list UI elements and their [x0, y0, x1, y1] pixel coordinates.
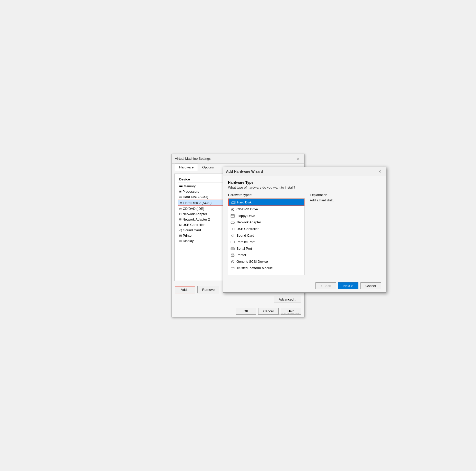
svg-rect-6 — [231, 222, 234, 223]
hardware-types-label: Hardware types: — [228, 193, 305, 197]
hardware-types-section: Hardware types: Hard Disk — [228, 193, 381, 275]
print-icon: ▤ — [179, 234, 182, 237]
next-button[interactable]: Next > — [338, 282, 358, 289]
wizard-cancel-button[interactable]: Cancel — [360, 282, 381, 289]
tab-hardware[interactable]: Hardware — [175, 164, 198, 171]
back-button[interactable]: < Back — [315, 282, 336, 289]
hardware-list: Hard Disk CD/DVD Drive — [228, 198, 305, 275]
cd-icon: ◎ — [179, 207, 182, 210]
cancel-button-main[interactable]: Cancel — [258, 308, 279, 315]
vm-settings-title: Virtual Machine Settings — [175, 157, 211, 160]
wizard-section-title: Hardware Type — [228, 180, 381, 185]
hdd-icon: ▭ — [179, 195, 182, 199]
ok-button[interactable]: OK — [236, 308, 256, 315]
svg-rect-9 — [231, 228, 234, 230]
vm-settings-close-button[interactable]: ✕ — [295, 156, 301, 161]
tpm-icon — [230, 266, 235, 270]
cddvd-drive-icon — [230, 207, 235, 211]
svg-rect-12 — [231, 241, 234, 243]
cpu-icon: ⊞ — [179, 190, 182, 193]
svg-rect-0 — [231, 201, 235, 204]
wizard-titlebar: Add Hardware Wizard ✕ — [223, 167, 386, 176]
wizard-bottom-bar: < Back Next > Cancel — [223, 279, 386, 292]
hardware-item-serial[interactable]: Serial Port — [228, 245, 304, 252]
tab-options[interactable]: Options — [198, 164, 218, 171]
explanation-label: Explanation — [310, 193, 381, 197]
floppy-drive-icon — [230, 214, 235, 218]
explanation-section: Explanation Add a hard disk. — [310, 193, 381, 275]
wizard-title: Add Hardware Wizard — [226, 169, 263, 174]
svg-point-18 — [232, 248, 233, 249]
hard-disk-icon — [231, 200, 235, 204]
svg-marker-11 — [231, 234, 233, 237]
remove-button[interactable]: Remove — [197, 286, 219, 293]
svg-point-3 — [232, 209, 233, 210]
hardware-types-col: Hardware types: Hard Disk — [228, 193, 305, 275]
explanation-text: Add a hard disk. — [310, 198, 381, 202]
hardware-item-tpm[interactable]: Trusted Platform Module — [228, 265, 304, 271]
svg-point-10 — [232, 228, 233, 229]
watermark: CSDN @稻米是麦子 — [279, 312, 302, 316]
hardware-item-scsi[interactable]: Generic SCSI Device — [228, 258, 304, 265]
vm-settings-titlebar: Virtual Machine Settings ✕ — [172, 154, 304, 164]
hardware-item-sound[interactable]: Sound Card — [228, 232, 304, 239]
svg-rect-1 — [232, 202, 235, 203]
advanced-button[interactable]: Advanced... — [274, 296, 301, 303]
memory-icon: ■■ — [179, 185, 183, 188]
hardware-item-cddvd[interactable]: CD/DVD Drive — [228, 206, 304, 213]
wizard-dialog: Add Hardware Wizard ✕ Hardware Type What… — [223, 167, 386, 293]
usb-icon: ⊡ — [179, 223, 182, 226]
parallel-port-icon — [230, 240, 235, 244]
net-icon: ⊟ — [179, 212, 182, 216]
sound-card-icon — [230, 233, 235, 237]
hdd2-icon: ▭ — [180, 201, 182, 204]
svg-point-23 — [231, 260, 234, 263]
disp-icon: ▭ — [179, 239, 182, 243]
hardware-item-floppy[interactable]: Floppy Drive — [228, 213, 304, 219]
wizard-section-subtitle: What type of hardware do you want to ins… — [228, 186, 381, 189]
serial-port-icon — [230, 246, 235, 250]
add-button[interactable]: Add... — [175, 286, 195, 293]
svg-point-17 — [231, 248, 232, 249]
net2-icon: ⊟ — [179, 218, 182, 221]
sound-icon: ◁) — [179, 228, 182, 232]
usb-controller-icon — [230, 227, 235, 231]
printer-icon — [230, 253, 235, 257]
hardware-item-usb[interactable]: USB Controller — [228, 226, 304, 232]
wizard-close-button[interactable]: ✕ — [377, 169, 383, 174]
hardware-item-hard-disk[interactable]: Hard Disk — [228, 199, 304, 206]
hardware-item-network[interactable]: Network Adapter — [228, 219, 304, 226]
wizard-body: Hardware Type What type of hardware do y… — [223, 176, 386, 279]
advanced-btn-row: Advanced... — [172, 296, 304, 305]
hardware-item-printer[interactable]: Printer — [228, 252, 304, 258]
svg-rect-24 — [231, 267, 233, 270]
generic-scsi-icon — [230, 260, 235, 264]
svg-point-19 — [233, 248, 234, 249]
hardware-item-parallel[interactable]: Parallel Port — [228, 239, 304, 245]
network-adapter-icon — [230, 220, 235, 224]
